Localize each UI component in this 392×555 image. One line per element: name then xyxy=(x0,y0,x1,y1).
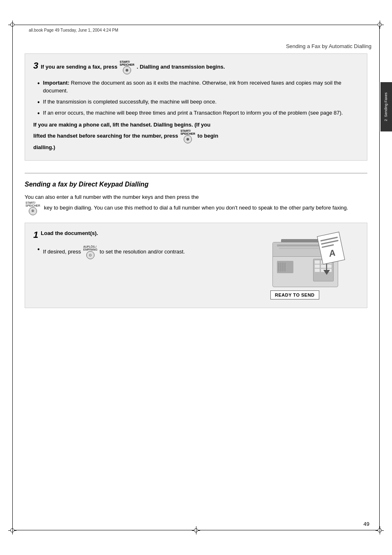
step1-box: 1 Load the document(s). • If desired, pr… xyxy=(25,223,367,308)
step1-number: 1 xyxy=(33,230,38,240)
start-speicher-button-2: START/SPEICHER ⊕ xyxy=(180,129,195,143)
start-speicher-button-3: START/SPEICHER ⊕ xyxy=(25,201,40,215)
section-divider xyxy=(25,173,367,173)
step1-right: A xyxy=(264,230,359,299)
step3-number: 3 xyxy=(33,60,38,71)
fax-speaker xyxy=(277,261,293,273)
section-intro: You can also enter a full number with th… xyxy=(25,193,367,215)
step3-bullet-list: • Important: Remove the document as soon… xyxy=(33,79,359,117)
page-border-right xyxy=(379,25,380,530)
side-tab: 2 Sending Faxes xyxy=(380,82,392,131)
crosshair-bottom-left xyxy=(8,526,16,534)
step1-left: 1 Load the document(s). • If desired, pr… xyxy=(33,230,256,299)
crosshair-top-right xyxy=(376,21,384,29)
step1-bullet-1: • If desired, press AUFLÖS./EMPFANG ⊙ to… xyxy=(37,245,256,259)
crosshair-top-left xyxy=(8,21,16,29)
side-tab-text: 2 Sending Faxes xyxy=(384,92,389,121)
arrow-indicator xyxy=(323,264,330,275)
step1-header-text: Load the document(s). xyxy=(41,230,256,237)
crosshair-bottom-right xyxy=(376,526,384,534)
crosshair-bottom-center xyxy=(192,526,200,534)
start-speicher-button-1: START/SPEICHER ⊕ xyxy=(120,60,134,74)
file-info: all.book Page 49 Tuesday, June 1, 2004 4… xyxy=(29,28,118,32)
page-number: 49 xyxy=(364,521,369,527)
step1-bullet-list: • If desired, press AUFLÖS./EMPFANG ⊙ to… xyxy=(33,245,256,259)
section-heading: Sending a fax by Direct Keypad Dialling xyxy=(25,181,367,188)
ready-to-send-label: READY TO SEND xyxy=(270,290,319,299)
bullet-item-1: • Important: Remove the document as soon… xyxy=(37,79,359,95)
phone-call-text: If you are making a phone call, lift the… xyxy=(33,121,359,152)
bullet-item-2: • If the transmission is completed succe… xyxy=(37,98,359,106)
page-border-left xyxy=(12,25,13,530)
step3-header-text: If you are sending a fax, press START/SP… xyxy=(41,60,359,74)
step1-header: 1 Load the document(s). xyxy=(33,230,256,240)
page-border-top xyxy=(12,25,380,25)
main-content: 3 If you are sending a fax, press START/… xyxy=(25,53,367,308)
fax-illustration: A xyxy=(264,230,355,299)
step3-header: 3 If you are sending a fax, press START/… xyxy=(33,60,359,74)
step3-box: 3 If you are sending a fax, press START/… xyxy=(25,53,367,161)
page-title: Sending a Fax by Automatic Dialling xyxy=(0,43,371,49)
aufloes-button: AUFLÖS./EMPFANG ⊙ xyxy=(83,245,97,259)
bullet-item-3: • If an error occurs, the machine will b… xyxy=(37,109,359,117)
